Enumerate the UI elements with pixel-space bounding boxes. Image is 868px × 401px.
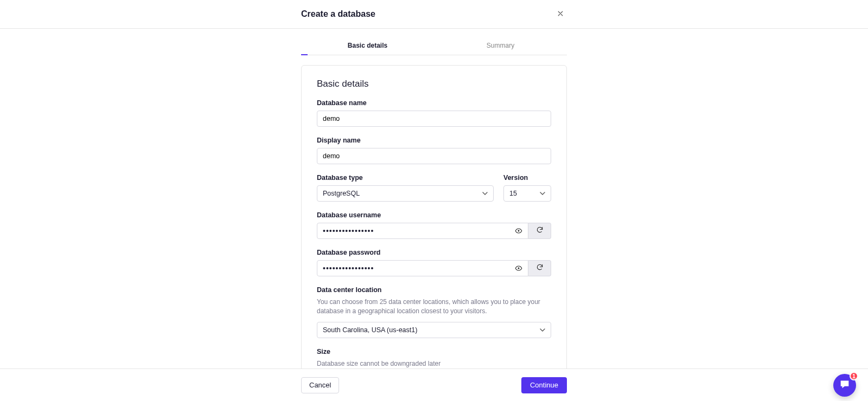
eye-icon[interactable] <box>513 227 525 235</box>
chat-launcher[interactable]: 1 <box>833 374 856 397</box>
close-button[interactable] <box>554 8 567 21</box>
select-version[interactable]: 15 <box>503 185 551 202</box>
label-database-name: Database name <box>317 99 551 107</box>
input-database-name[interactable] <box>323 115 545 122</box>
select-data-center-location-value: South Carolina, USA (us-east1) <box>323 326 417 334</box>
help-size: Database size cannot be downgraded later <box>317 359 551 368</box>
field-display-name: Display name <box>317 137 551 164</box>
help-data-center-location: You can choose from 25 data center locat… <box>317 297 551 316</box>
svg-point-0 <box>518 230 520 232</box>
form-card: Basic details Database name Display name… <box>301 65 567 401</box>
tab-basic-details[interactable]: Basic details <box>301 37 434 55</box>
input-database-name-wrap <box>317 111 551 127</box>
input-display-name[interactable] <box>323 152 545 160</box>
tab-indicator <box>301 54 308 55</box>
field-database-type: Database type PostgreSQL <box>317 174 494 202</box>
svg-point-1 <box>518 268 520 269</box>
label-version: Version <box>503 174 551 182</box>
footer: Cancel Continue <box>0 368 868 401</box>
label-data-center-location: Data center location <box>317 286 551 294</box>
select-database-type[interactable]: PostgreSQL <box>317 185 494 202</box>
field-version: Version 15 <box>503 174 551 202</box>
label-size: Size <box>317 348 551 355</box>
label-database-password: Database password <box>317 249 551 256</box>
chat-badge: 1 <box>850 372 858 380</box>
regenerate-username-button[interactable] <box>528 223 551 239</box>
label-database-type: Database type <box>317 174 494 182</box>
field-database-password: Database password •••••••••••••••• <box>317 249 551 276</box>
modal-header: Create a database <box>0 0 868 29</box>
field-database-username: Database username •••••••••••••••• <box>317 211 551 239</box>
input-database-password[interactable]: •••••••••••••••• <box>323 264 513 272</box>
refresh-icon <box>536 226 544 236</box>
select-version-value: 15 <box>509 190 517 197</box>
continue-button[interactable]: Continue <box>521 377 567 393</box>
field-data-center-location: Data center location You can choose from… <box>317 286 551 338</box>
close-icon <box>557 9 564 19</box>
eye-icon[interactable] <box>513 264 525 272</box>
select-data-center-location[interactable]: South Carolina, USA (us-east1) <box>317 322 551 338</box>
label-display-name: Display name <box>317 137 551 144</box>
tab-summary[interactable]: Summary <box>434 37 567 55</box>
section-title: Basic details <box>317 79 551 89</box>
cancel-button[interactable]: Cancel <box>301 377 339 393</box>
chevron-down-icon <box>540 327 545 333</box>
field-database-name: Database name <box>317 99 551 127</box>
chevron-down-icon <box>540 191 545 196</box>
tab-basic-details-label: Basic details <box>348 42 387 49</box>
refresh-icon <box>536 263 544 273</box>
chat-icon <box>839 378 851 392</box>
label-database-username: Database username <box>317 211 551 219</box>
input-database-username[interactable]: •••••••••••••••• <box>323 227 513 235</box>
regenerate-password-button[interactable] <box>528 260 551 276</box>
modal-title: Create a database <box>301 9 375 19</box>
tabs: Basic details Summary <box>301 37 567 55</box>
chevron-down-icon <box>482 191 488 196</box>
tab-summary-label: Summary <box>487 42 514 49</box>
input-database-username-wrap: •••••••••••••••• <box>317 223 528 239</box>
select-database-type-value: PostgreSQL <box>323 190 360 197</box>
input-database-password-wrap: •••••••••••••••• <box>317 260 528 276</box>
input-display-name-wrap <box>317 148 551 164</box>
